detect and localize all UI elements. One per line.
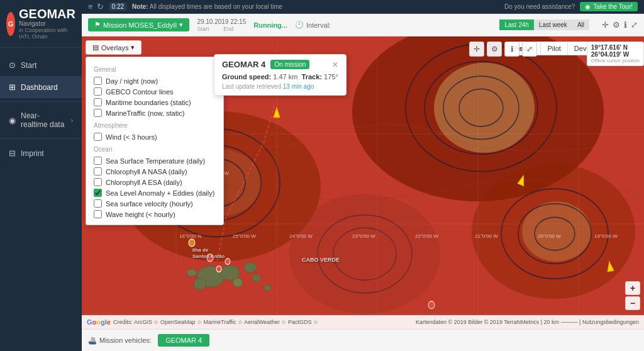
help-text: Do you need assistance? [504, 3, 575, 10]
svg-point-26 [264, 285, 271, 291]
info-icon2[interactable]: ℹ [504, 42, 519, 57]
interval-label: 🕐 Interval: [295, 21, 331, 29]
btn-lastweek[interactable]: Last week [534, 20, 572, 30]
overlays-button[interactable]: ▤ Overlays ▾ [86, 40, 142, 55]
overlay-sea-level-checkbox[interactable] [94, 189, 102, 197]
btn-all[interactable]: All [572, 20, 589, 30]
logo-sub: Navigator [19, 20, 75, 27]
overlays-panel: ▤ Overlays ▾ General Day / night (now) G… [86, 40, 142, 55]
svg-point-42 [428, 301, 435, 309]
overlay-maritime[interactable]: Maritime boundaries (static) [94, 97, 216, 108]
sidebar-item-start[interactable]: ⊙ Start [0, 54, 82, 76]
overlay-gebco-checkbox[interactable] [94, 87, 102, 96]
overlay-sst-label: Sea Surface Temperature (daily) [106, 157, 205, 165]
settings-icon[interactable]: ⚙ [613, 20, 620, 30]
expand-map-icon[interactable]: ⤢ [522, 42, 537, 57]
info-icon[interactable]: ℹ [624, 20, 627, 30]
overlay-gebco[interactable]: GEBCO Contour lines [94, 86, 216, 97]
lon-coord: 26°04.019' W [591, 51, 640, 58]
logo-name: GEOMAR [19, 8, 75, 20]
layers-icon2[interactable]: ⚙ [487, 42, 502, 57]
overlay-sea-velocity[interactable]: Sea surface velocity (hourly) [94, 198, 216, 209]
interval-buttons: Last 24h Last week All [499, 20, 589, 30]
topbar-left: ≡ ↻ 0:22 Note: All displayed times are b… [88, 2, 282, 11]
overlay-sst[interactable]: Sea Surface Temperature (daily) [94, 155, 216, 166]
popup-close-button[interactable]: ✕ [332, 60, 338, 69]
overlay-wave-height-label: Wave height (< hourly) [106, 211, 175, 218]
topbar-icons: ≡ ↻ [88, 2, 104, 11]
overlay-day-night[interactable]: Day / night (now) [94, 75, 216, 86]
svg-point-40 [216, 266, 221, 272]
map-controls: + − [625, 281, 640, 310]
topbar-right: Do you need assistance? ◉ Take the Tour! [504, 2, 638, 11]
map-area[interactable]: 17°0'00 N 16°30.00 N 26°0'00 W 16°0'00 N… [82, 36, 644, 329]
zoom-in-button[interactable]: + [625, 281, 640, 295]
credits-text: Credits: ArcGIS ☆ OpenSeaMap ☆ MarineTra… [113, 319, 318, 325]
update-time-link[interactable]: 13 min ago [283, 83, 314, 90]
svg-point-43 [189, 239, 195, 247]
overlays-dropdown: General Day / night (now) GEBCO Contour … [86, 57, 224, 225]
coords-display: 19°17.616' N 26°04.019' W Offline cursor… [587, 42, 644, 66]
svg-point-27 [187, 269, 197, 277]
overlay-gebco-label: GEBCO Contour lines [106, 88, 174, 96]
layers-icon: ▤ [92, 43, 99, 52]
zoom-out-button[interactable]: − [625, 296, 640, 310]
mission-flag-icon: ⚑ [94, 21, 101, 29]
logo-icon: G [6, 12, 15, 36]
crosshair-icon[interactable]: ✛ [602, 20, 609, 30]
compass-icon[interactable]: ✛ [469, 42, 484, 57]
overlay-sea-level-label: Sea Level Anomaly + Eddies (daily) [106, 189, 214, 197]
logo-sub2: in Cooperation with IATI, Oman [19, 27, 75, 40]
overlay-chloro-nasa-checkbox[interactable] [94, 167, 102, 176]
overlay-chloro-nasa[interactable]: Chlorophyll A NASA (daily) [94, 166, 216, 177]
overlay-day-night-checkbox[interactable] [94, 77, 102, 85]
tour-button[interactable]: ◉ Take the Tour! [580, 2, 638, 11]
overlay-marine-traffic[interactable]: MarineTraffic (now, static) [94, 108, 216, 118]
expand-icon[interactable]: ⤢ [631, 20, 638, 30]
btn-last24h[interactable]: Last 24h [499, 20, 533, 30]
imprint-icon: ⊟ [9, 148, 16, 158]
svg-point-25 [252, 274, 261, 282]
overlay-sst-checkbox[interactable] [94, 157, 102, 165]
popup-update: Last update retrieved 13 min ago [222, 83, 338, 90]
sidebar-item-label: Near-realtime data [21, 111, 66, 129]
sidebar-item-dashboard[interactable]: ⊞ Dashboard [0, 76, 82, 98]
sidebar-item-nearrealtime[interactable]: ◉ Near-realtime data › [0, 105, 82, 135]
mission-button[interactable]: ⚑ Mission MOSES_EddyII ▾ [88, 18, 189, 31]
overlay-sea-velocity-checkbox[interactable] [94, 199, 102, 208]
nearrealtime-icon: ◉ [9, 116, 16, 125]
overlay-maritime-label: Maritime boundaries (static) [106, 99, 191, 106]
time-badge: 0:22 [109, 3, 127, 11]
overlay-sea-level[interactable]: Sea Level Anomaly + Eddies (daily) [94, 187, 216, 198]
overlay-day-night-label: Day / night (now) [106, 77, 158, 85]
overlay-chloro-esa-label: Chlorophyll A ESA (daily) [106, 179, 182, 186]
overlay-marine-traffic-label: MarineTraffic (now, static) [106, 109, 184, 117]
sidebar-item-label: Dashboard [21, 83, 58, 92]
tab-pilot[interactable]: Pilot [541, 42, 567, 55]
menu-icon[interactable]: ≡ [88, 2, 93, 11]
dashboard-icon: ⊞ [9, 82, 16, 92]
overlay-wind-checkbox[interactable] [94, 133, 102, 141]
main-content: ≡ ↻ 0:22 Note: All displayed times are b… [82, 0, 644, 351]
overlay-wind[interactable]: Wind (< 3 hours) [94, 131, 216, 142]
sidebar-nav: ⊙ Start ⊞ Dashboard ◉ Near-realtime data… [0, 48, 82, 351]
clock-icon: 🕐 [295, 21, 304, 29]
popup-header: GEOMAR 4 On mission ✕ [222, 60, 338, 69]
overlay-chloro-esa[interactable]: Chlorophyll A ESA (daily) [94, 177, 216, 187]
svg-point-39 [207, 254, 213, 262]
sidebar-item-imprint[interactable]: ⊟ Imprint [0, 142, 82, 164]
popup-mission-badge: On mission [270, 60, 309, 69]
overlay-chloro-esa-checkbox[interactable] [94, 178, 102, 186]
overlay-wave-height[interactable]: Wave height (< hourly) [94, 209, 216, 220]
overlay-marine-traffic-checkbox[interactable] [94, 109, 102, 117]
ocean-section-title: Ocean [94, 146, 216, 153]
refresh-icon[interactable]: ↻ [97, 2, 104, 11]
missionbar: ⚑ Mission MOSES_EddyII ▾ 29.10.2019 22:1… [82, 14, 644, 36]
overlay-chloro-nasa-label: Chlorophyll A NASA (daily) [106, 168, 187, 176]
overlay-maritime-checkbox[interactable] [94, 98, 102, 106]
ship-popup: GEOMAR 4 On mission ✕ Ground speed: 1.47… [214, 54, 347, 96]
overlay-wave-height-checkbox[interactable] [94, 210, 102, 218]
svg-point-23 [194, 278, 206, 290]
geomar4-vehicle-button[interactable]: GEOMAR 4 [158, 334, 209, 347]
missionbar-icons: ✛ ⚙ ℹ ⤢ [602, 20, 638, 30]
